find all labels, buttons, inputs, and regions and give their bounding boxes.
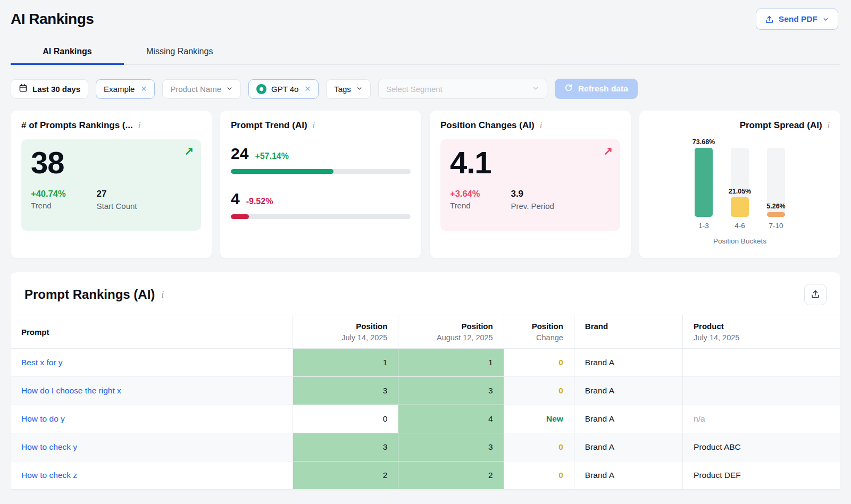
chevron-down-icon (226, 85, 233, 94)
example-filter-chip[interactable]: Example ✕ (96, 79, 155, 99)
page: AI Rankings Send PDF AI Rankings Missing… (0, 0, 851, 490)
prompts-start-count: 27 (97, 189, 137, 199)
prompts-start-count-label: Start Count (97, 201, 137, 211)
col-header-position-change: Position Change (504, 315, 574, 349)
table-row: Best x for y 1 1 0 Brand A (11, 349, 840, 377)
col-header-brand: Brand (574, 315, 682, 349)
position-1-cell: 2 (293, 461, 398, 490)
spread-bar-fill (731, 197, 749, 217)
position-prev-label: Prev. Period (511, 201, 554, 211)
prompt-link[interactable]: How to check z (21, 471, 77, 480)
trend-up-progress-fill (231, 169, 333, 174)
prompt-link[interactable]: How to do y (21, 414, 65, 423)
product-cell (683, 377, 840, 405)
prompts-trend-label: Trend (31, 201, 66, 210)
table-row: How to do y 0 4 New Brand A n/a (11, 405, 840, 433)
model-chip-label: GPT 4o (271, 85, 298, 94)
spread-category-label: 4-6 (724, 222, 755, 230)
spread-value-label: 5.26% (761, 203, 791, 210)
tab-missing-rankings-label: Missing Rankings (146, 47, 213, 56)
prompts-trend-pct: +40.74% (31, 189, 66, 199)
prompts-rankings-value: 38 (31, 147, 191, 179)
prompt-link[interactable]: Best x for y (21, 358, 63, 367)
trend-down-progress-bar (231, 214, 411, 219)
trend-down-value: 4 (231, 190, 240, 208)
card-prompt-trend: Prompt Trend (AI) i 24 +57.14% 4 -9.52% (220, 111, 421, 258)
prompt-rankings-card: Prompt Rankings (AI) i Prompt Posit (11, 272, 840, 490)
position-trend-label: Trend (450, 201, 480, 210)
send-pdf-button[interactable]: Send PDF (756, 9, 838, 30)
brand-cell: Brand A (574, 433, 682, 461)
position-changes-value: 4.1 (450, 147, 611, 179)
brand-cell: Brand A (574, 377, 682, 405)
position-2-cell: 4 (398, 405, 504, 433)
col-header-position-1: Position July 14, 2025 (293, 315, 398, 349)
prompt-spread-chart: 73.68% 1-3 21.05% 4-6 5.26% 7-10 (650, 135, 830, 230)
tab-ai-rankings[interactable]: AI Rankings (11, 39, 124, 65)
position-change-cell: 0 (504, 461, 574, 490)
prompt-rankings-table: Prompt Position July 14, 2025 Position A… (11, 315, 840, 490)
info-icon[interactable]: i (313, 121, 315, 130)
prompts-rankings-panel: ↗ 38 +40.74% Trend 27 Start Count (21, 139, 201, 231)
spread-xaxis-label: Position Buckets (650, 237, 830, 245)
upload-icon (811, 289, 820, 300)
table-title: Prompt Rankings (AI) (24, 287, 155, 302)
refresh-icon (564, 83, 573, 94)
position-1-cell: 3 (293, 433, 398, 461)
info-icon[interactable]: i (138, 121, 140, 130)
prompt-link[interactable]: How do I choose the right x (21, 386, 121, 395)
position-1-cell: 1 (293, 349, 398, 377)
chevron-down-icon (532, 85, 539, 94)
chevron-down-icon (822, 16, 829, 23)
example-chip-label: Example (104, 85, 135, 94)
table-header-row: Prompt Position July 14, 2025 Position A… (11, 315, 840, 349)
info-icon[interactable]: i (828, 121, 830, 130)
openai-logo-icon (256, 84, 266, 94)
spread-value-label: 21.05% (724, 188, 755, 195)
card-title: Prompt Trend (AI) (231, 120, 307, 131)
brand-cell: Brand A (574, 461, 682, 490)
tags-label: Tags (334, 85, 351, 94)
info-icon[interactable]: i (161, 289, 164, 300)
position-1-cell: 0 (293, 405, 398, 433)
page-header: AI Rankings Send PDF (11, 0, 840, 30)
remove-example-filter-icon[interactable]: ✕ (139, 85, 147, 93)
send-pdf-label: Send PDF (779, 14, 817, 24)
info-icon[interactable]: i (540, 121, 542, 130)
col-header-position-2: Position August 12, 2025 (398, 315, 504, 349)
position-2-cell: 3 (398, 377, 504, 405)
date-range-label: Last 30 days (32, 85, 80, 94)
brand-cell: Brand A (574, 405, 682, 433)
model-filter-chip[interactable]: GPT 4o ✕ (248, 79, 319, 99)
refresh-data-button[interactable]: Refresh data (555, 79, 638, 99)
tags-dropdown[interactable]: Tags (326, 79, 371, 99)
product-name-dropdown[interactable]: Product Name (162, 79, 241, 99)
export-button[interactable] (804, 284, 827, 305)
refresh-data-label: Refresh data (578, 84, 628, 94)
spread-column: 5.26% 7-10 (761, 135, 791, 230)
trend-down-pct: -9.52% (246, 197, 273, 206)
chevron-down-icon (356, 85, 363, 94)
card-title: Prompt Spread (AI) (740, 120, 822, 131)
col-header-product: Product July 14, 2025 (683, 315, 840, 349)
position-2-cell: 3 (398, 433, 504, 461)
tab-missing-rankings[interactable]: Missing Rankings (124, 39, 235, 65)
segment-select[interactable]: Select Segment (378, 79, 547, 99)
card-position-changes: Position Changes (AI) i ↗ 4.1 +3.64% Tre… (430, 111, 631, 258)
trend-up-arrow-icon: ↗ (603, 145, 613, 157)
filter-bar: Last 30 days Example ✕ Product Name GPT … (11, 79, 840, 99)
trend-up-arrow-icon: ↗ (184, 145, 194, 157)
remove-model-filter-icon[interactable]: ✕ (303, 85, 311, 93)
trend-up-value: 24 (231, 145, 248, 163)
spread-column: 73.68% 1-3 (688, 135, 719, 230)
spread-bar-fill (767, 212, 785, 217)
spread-category-label: 7-10 (761, 222, 791, 230)
position-trend-pct: +3.64% (450, 189, 480, 199)
date-range-button[interactable]: Last 30 days (11, 79, 88, 99)
trend-up-pct: +57.14% (255, 152, 289, 161)
product-cell: n/a (683, 405, 840, 433)
upload-icon (765, 15, 774, 24)
metric-cards-row: # of Prompts Rankings (... i ↗ 38 +40.74… (11, 111, 840, 258)
prompt-link[interactable]: How to check y (21, 442, 77, 451)
position-changes-panel: ↗ 4.1 +3.64% Trend 3.9 Prev. Period (440, 139, 620, 231)
